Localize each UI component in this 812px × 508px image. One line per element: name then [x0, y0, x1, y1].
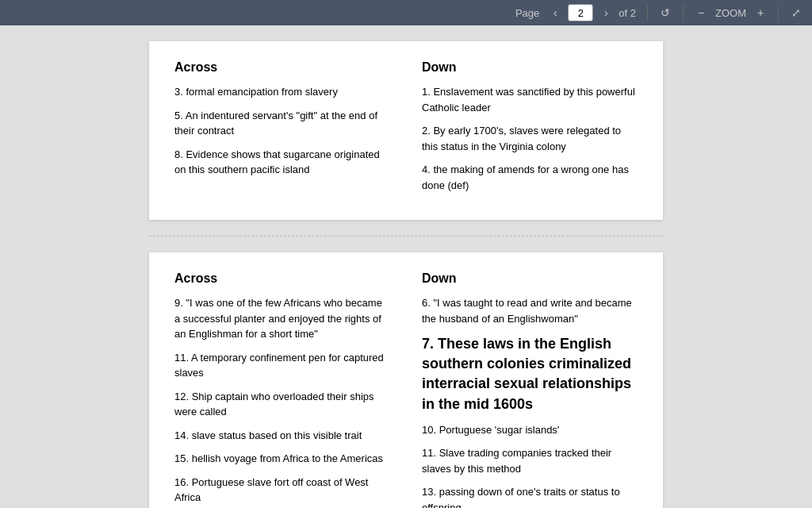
down-title-2: Down	[422, 271, 638, 286]
list-item: 13. passing down of one's traits or stat…	[422, 484, 638, 508]
down-section-1: Down 1. Enslavement was sanctified by th…	[422, 60, 638, 201]
list-item: 16. Portuguese slave fort off coast of W…	[174, 475, 390, 506]
prev-page-button[interactable]: ‹	[546, 3, 565, 22]
list-item: 9. "I was one of the few Africans who be…	[174, 295, 390, 342]
clue-grid-1: Across 3. formal emancipation from slave…	[174, 60, 638, 201]
list-item: 12. Ship captain who overloaded their sh…	[174, 389, 390, 420]
list-item: 2. By early 1700's, slaves were relegate…	[422, 123, 638, 154]
across-title-2: Across	[174, 271, 390, 286]
fullscreen-button[interactable]: ⤢	[787, 3, 806, 22]
list-item: 6. "I was taught to read and write and b…	[422, 295, 638, 326]
list-item: 1. Enslavement was sanctified by this po…	[422, 84, 638, 115]
down-section-2: Down 6. "I was taught to read and write …	[422, 271, 638, 508]
list-item: 3. formal emancipation from slavery	[174, 84, 390, 100]
page-separator	[149, 236, 663, 237]
across-clue-list-1: 3. formal emancipation from slavery 5. A…	[174, 84, 390, 178]
across-clue-list-2: 9. "I was one of the few Africans who be…	[174, 295, 390, 508]
toolbar-divider-1	[647, 5, 648, 21]
total-pages-label: of 2	[619, 7, 636, 19]
page-card-2: Across 9. "I was one of the few Africans…	[149, 252, 663, 508]
list-item-highlighted: 7. These laws in the English southern co…	[422, 334, 638, 414]
zoom-out-button[interactable]: −	[691, 3, 710, 22]
toolbar-divider-3	[778, 5, 779, 21]
across-title-1: Across	[174, 60, 390, 75]
down-clue-list-1: 1. Enslavement was sanctified by this po…	[422, 84, 638, 193]
page-number-input[interactable]	[568, 4, 593, 21]
zoom-label: ZOOM	[715, 7, 746, 19]
list-item: 5. An indentured servant's "gift" at the…	[174, 108, 390, 139]
across-section-2: Across 9. "I was one of the few Africans…	[174, 271, 390, 508]
list-item: 15. hellish voyage from Africa to the Am…	[174, 451, 390, 467]
down-clue-list-2: 6. "I was taught to read and write and b…	[422, 295, 638, 508]
list-item: 14. slave status based on this visible t…	[174, 428, 390, 444]
page-label: Page	[515, 7, 539, 19]
toolbar-divider-2	[683, 5, 684, 21]
main-content: Across 3. formal emancipation from slave…	[0, 25, 812, 508]
across-section-1: Across 3. formal emancipation from slave…	[174, 60, 390, 201]
zoom-in-button[interactable]: +	[751, 3, 770, 22]
list-item: 11. A temporary confinement pen for capt…	[174, 350, 390, 381]
list-item: 8. Evidence shows that sugarcane origina…	[174, 147, 390, 178]
clue-grid-2: Across 9. "I was one of the few Africans…	[174, 271, 638, 508]
toolbar: Page ‹ › of 2 ↺ − ZOOM + ⤢	[0, 0, 812, 25]
page-navigation-group: Page ‹ › of 2	[515, 3, 639, 22]
list-item: 10. Portuguese 'sugar islands'	[422, 422, 638, 438]
down-title-1: Down	[422, 60, 638, 75]
page-card-1: Across 3. formal emancipation from slave…	[149, 41, 663, 220]
list-item: 4. the making of amends for a wrong one …	[422, 162, 638, 193]
list-item: 11. Slave trading companies tracked thei…	[422, 445, 638, 476]
refresh-button[interactable]: ↺	[656, 3, 675, 22]
next-page-button[interactable]: ›	[596, 3, 615, 22]
